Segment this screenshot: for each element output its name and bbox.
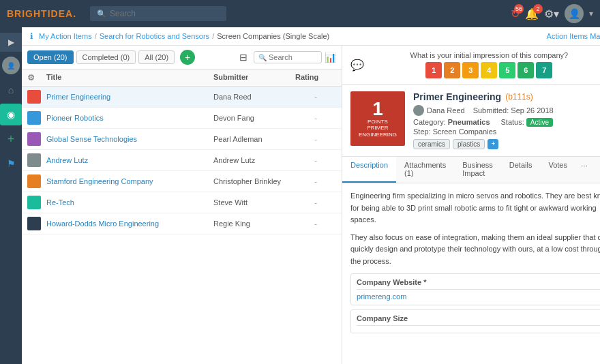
row-rating-7: - (295, 219, 336, 228)
user-avatar-btn[interactable]: 👤 (565, 4, 584, 23)
rating-btn-6[interactable]: 6 (518, 62, 534, 78)
table-row[interactable]: Stamford Engineering Company Christopher… (22, 171, 342, 192)
avatar-chevron: ▾ (589, 9, 593, 18)
tags: ceramics plastics + (413, 139, 600, 149)
row-title-4[interactable]: Andrew Lutz (46, 156, 213, 164)
rating-btn-5[interactable]: 5 (499, 62, 515, 78)
notifications-btn[interactable]: ↻ 56 (511, 7, 520, 20)
row-submitter-3: Pearl Adleman (213, 135, 295, 143)
row-icon-6 (27, 196, 41, 209)
list-search-bar[interactable]: 🔍 (254, 51, 322, 63)
row-rating-6: - (295, 198, 336, 207)
rating-numbers: 1 2 3 4 5 6 7 (364, 62, 600, 78)
tab-attachments[interactable]: Attachments (1) (396, 157, 454, 183)
tab-business-impact[interactable]: Business Impact (454, 157, 501, 183)
filter-icon[interactable]: ⊟ (236, 50, 251, 65)
company-id: (b111s) (505, 92, 533, 102)
sidebar-item-active[interactable]: ◉ (0, 104, 22, 125)
row-title-7[interactable]: Howard-Dodds Micro Engineering (46, 219, 213, 228)
top-navigation: BRIGHTIDEA. 🔍 ↻ 56 🔔 2 ⚙▾ 👤 ▾ (0, 0, 600, 27)
row-icon-4 (27, 153, 41, 167)
step-info: Step: Screen Companies (413, 127, 600, 136)
list-search-input[interactable] (269, 53, 320, 61)
tab-open[interactable]: Open (20) (27, 50, 74, 64)
chart-icon-btn[interactable]: 📊 (325, 52, 336, 63)
breadcrumb-item-1[interactable]: My Action Items (39, 32, 92, 40)
tab-votes[interactable]: Votes (540, 157, 575, 183)
table-row[interactable]: Andrew Lutz Andrew Lutz - (22, 150, 342, 171)
sidebar-collapse-btn[interactable]: ▶ (0, 33, 22, 52)
row-title-2[interactable]: Pioneer Robotics (46, 114, 213, 122)
table-row[interactable]: Howard-Dodds Micro Engineering Regie Kin… (22, 213, 342, 234)
rating-section: 💬 What is your initial impression of thi… (342, 46, 600, 85)
company-name: Primer Engineering (413, 91, 501, 102)
sidebar-item-flag[interactable]: ⚑ (0, 153, 22, 175)
table-row[interactable]: Global Sense Technologies Pearl Adleman … (22, 129, 342, 150)
gear-icon: ⚙ (27, 73, 35, 82)
company-website-field: Company Website * primereng.com (350, 273, 600, 305)
table-row[interactable]: Pioneer Robotics Devon Fang - (22, 108, 342, 129)
status-badge: Active (526, 118, 553, 127)
company-header: 1 POINTSPRIMERENGINEERING Primer Enginee… (342, 85, 600, 157)
breadcrumb: ℹ My Action Items / Search for Robotics … (30, 31, 329, 41)
submitter-name: Dana Reed (427, 106, 465, 115)
tab-details[interactable]: Details (501, 157, 541, 183)
row-submitter-4: Andrew Lutz (213, 156, 295, 164)
split-container: Open (20) Completed (0) All (20) + ⊟ 🔍 📊 (22, 46, 600, 364)
table-header: ⚙ Title Submitter Rating (22, 70, 342, 87)
rating-btn-4[interactable]: 4 (481, 62, 497, 78)
header-rating: Rating (295, 73, 336, 82)
sidebar-item-user[interactable]: 👤 (0, 55, 22, 76)
detail-tabs: Description Attachments (1) Business Imp… (342, 157, 600, 183)
row-rating-3: - (295, 135, 336, 143)
company-website-value[interactable]: primereng.com (357, 292, 600, 301)
global-search-bar[interactable]: 🔍 (90, 6, 226, 21)
tab-description[interactable]: Description (342, 157, 396, 183)
row-title-5[interactable]: Stamford Engineering Company (46, 177, 213, 185)
alerts-btn[interactable]: 🔔 2 (525, 7, 539, 20)
points-number: 1 (372, 100, 383, 119)
list-tabs-bar: Open (20) Completed (0) All (20) + ⊟ 🔍 📊 (22, 46, 342, 70)
tag-ceramics[interactable]: ceramics (413, 139, 450, 149)
action-btn[interactable]: Action (593, 157, 600, 183)
notification-badge: 56 (514, 4, 524, 14)
tag-plastics[interactable]: plastics (453, 139, 485, 149)
category-label: Category: Pneumatics (413, 118, 490, 126)
chat-icon[interactable]: 💬 (350, 59, 364, 72)
row-title-6[interactable]: Re-Tech (46, 198, 213, 207)
table-row[interactable]: Re-Tech Steve Witt - (22, 192, 342, 213)
settings-btn[interactable]: ⚙▾ (544, 7, 559, 20)
row-title-3[interactable]: Global Sense Technologies (46, 135, 213, 143)
sidebar-item-add[interactable]: + (0, 128, 22, 150)
content-area: ℹ My Action Items / Search for Robotics … (22, 27, 600, 364)
rating-btn-3[interactable]: 3 (462, 62, 479, 78)
header-submitter: Submitter (213, 73, 295, 82)
breadcrumb-item-3: Screen Companies (Single Scale) (217, 32, 329, 40)
rating-question-text: What is your initial impression of this … (364, 51, 600, 59)
row-title-1[interactable]: Primer Engineering (46, 93, 213, 101)
rating-btn-2[interactable]: 2 (444, 62, 460, 78)
row-submitter-1: Dana Reed (213, 93, 295, 101)
table-row[interactable]: Primer Engineering Dana Reed - (22, 87, 342, 108)
sidebar-item-home[interactable]: ⌂ (0, 79, 22, 101)
rating-area: What is your initial impression of this … (364, 51, 600, 78)
add-item-btn[interactable]: + (180, 50, 195, 65)
breadcrumb-item-2[interactable]: Search for Robotics and Sensors (100, 32, 209, 40)
left-sidebar: ▶ 👤 ⌂ ◉ + ⚑ (0, 27, 22, 364)
alerts-badge: 2 (533, 4, 543, 14)
row-submitter-6: Steve Witt (213, 198, 295, 207)
rating-btn-7[interactable]: 7 (536, 62, 552, 78)
user-avatar: 👤 (2, 57, 20, 74)
search-icon: 🔍 (97, 10, 106, 18)
tab-more-btn[interactable]: ··· (575, 157, 593, 183)
tag-add-btn[interactable]: + (487, 139, 498, 149)
search-input[interactable] (110, 9, 220, 18)
rating-btn-1[interactable]: 1 (425, 62, 442, 78)
company-size-field: Company Size (350, 309, 600, 333)
tab-completed[interactable]: Completed (0) (76, 50, 136, 64)
submitter-avatar (413, 105, 424, 116)
tab-all[interactable]: All (20) (138, 50, 175, 64)
main-layout: ▶ 👤 ⌂ ◉ + ⚑ ℹ My Action Items / Search f… (0, 27, 600, 364)
action-items-manager-link[interactable]: Action Items Manager (547, 32, 600, 40)
breadcrumb-sep-2: / (212, 32, 214, 40)
